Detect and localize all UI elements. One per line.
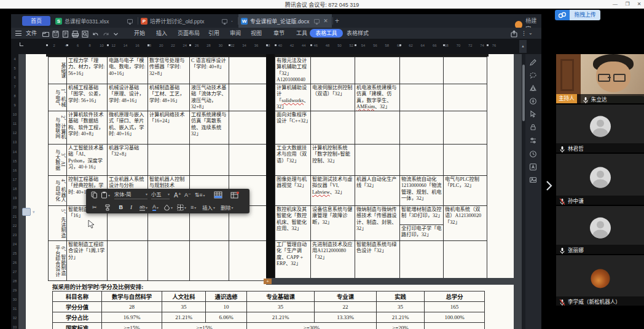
scrollbar-up[interactable]: ▲ <box>519 40 527 53</box>
history-icon[interactable] <box>529 149 537 157</box>
participant-tile[interactable]: 主持人朱立达 <box>556 54 644 103</box>
ruler-horizontal: 2468101214161820222426283032343638404244… <box>11 39 541 54</box>
table-cell: 机器人自动化生产线「32」 <box>355 176 400 206</box>
menu-7[interactable]: 工具 <box>296 28 307 39</box>
menu-2[interactable]: 页面布局 <box>178 28 200 39</box>
compass-icon[interactable] <box>529 97 537 105</box>
quick-toolbar-icon[interactable] <box>112 30 120 38</box>
menu-4[interactable]: 审阅 <box>230 28 241 39</box>
sidebar-collapse-arrow[interactable] <box>544 180 553 192</box>
menu-0[interactable]: 开始 <box>134 28 145 39</box>
quick-toolbar-icon[interactable] <box>81 30 89 38</box>
summary-cell: 6.06% <box>206 312 247 323</box>
font-size-select[interactable]: 小五▾ <box>151 191 170 199</box>
quick-toolbar-icon[interactable] <box>61 30 69 38</box>
select-cursor-icon[interactable] <box>529 109 537 117</box>
lock-icon[interactable] <box>529 122 537 130</box>
table-cell <box>444 111 487 145</box>
upload-button[interactable]: 拖拽上传 <box>555 10 600 20</box>
delete-menu[interactable]: 删除 <box>221 204 231 211</box>
format-painter-icon[interactable] <box>104 204 111 211</box>
italic-button[interactable]: I <box>130 204 132 210</box>
quick-toolbar-icon[interactable] <box>102 30 110 38</box>
menu-5[interactable]: 视图 <box>251 28 262 39</box>
close-button[interactable]: ✕ <box>634 0 644 9</box>
mini-toolbar: ▾ 宋体-简▾ 小五▾ A⁺ A⁻ ⇅≡ ▾ ✂ B I ab ▾ A ▾ ▾ … <box>86 189 249 213</box>
table-cell: 机电液系统建模与仿真「建模、仿真，数字孪生、AMEsim、32」 <box>355 84 400 111</box>
summary-table[interactable]: 科目名称数学与自然科学人文社科通识选修专业基础课专业课实践总学分学分分值2835… <box>52 291 485 329</box>
close-tab-icon[interactable]: ✕ <box>323 18 328 24</box>
font-name-select[interactable]: 宋体-简▾ <box>114 191 147 199</box>
quick-toolbar-icon[interactable] <box>92 30 100 38</box>
paste-icon[interactable] <box>101 191 108 199</box>
border-button[interactable] <box>177 204 184 211</box>
increase-font-icon[interactable]: A⁺ <box>174 192 181 199</box>
menu-file[interactable]: 文件 <box>26 28 37 39</box>
participant-tile[interactable]: 李学威（新松机器人） <box>556 255 644 306</box>
new-tab-button[interactable]: + <box>335 17 339 25</box>
insert-menu[interactable]: 插入 <box>202 204 213 211</box>
file-tab[interactable]: S总课程单0331.xlsx <box>53 14 137 28</box>
avatar-placeholder <box>590 218 611 239</box>
hamburger-icon[interactable] <box>15 31 22 36</box>
tab-stop-selector[interactable] <box>20 42 23 46</box>
menu-6[interactable]: 章节 <box>273 28 285 39</box>
participant-name: 朱立达 <box>591 95 607 103</box>
align-button[interactable]: ≡ <box>190 204 194 210</box>
wps-tabbar: 首页 S总课程单0331.xlsxP培养计划讨论_old.pptx·W专业课程单… <box>11 14 541 28</box>
shapes-icon[interactable] <box>529 84 537 92</box>
table-cell <box>400 241 444 281</box>
collapse-ribbon-icon[interactable]: ⌄ <box>528 28 533 39</box>
quick-toolbar-icon[interactable] <box>71 30 79 38</box>
file-tab[interactable]: W专业课程单_论证版.docx✕ <box>238 14 332 28</box>
table-tool-tab[interactable]: 表格工具 <box>310 29 343 38</box>
share-icon[interactable] <box>510 30 518 38</box>
quick-toolbar-icon[interactable] <box>52 30 60 38</box>
tab-home[interactable]: 首页 <box>22 16 50 26</box>
quick-toolbar-icon[interactable] <box>42 30 50 38</box>
decrease-font-icon[interactable]: A⁻ <box>184 192 191 198</box>
more-icon[interactable]: ⋮ <box>521 28 527 39</box>
text-box-icon[interactable] <box>529 162 537 170</box>
scrollbar-thumb[interactable] <box>522 65 525 121</box>
participant-namebar: 李学威（新松机器人） <box>556 296 644 306</box>
table-handle[interactable]: + <box>264 279 272 284</box>
delete-table-icon[interactable] <box>230 191 239 199</box>
table-cell <box>400 111 444 145</box>
menu-3[interactable]: 引用 <box>208 28 219 39</box>
sharing-indicator-icon <box>222 19 227 23</box>
participant-tile[interactable]: 孙中谦 <box>556 154 644 205</box>
paste-options-button[interactable] <box>22 208 31 216</box>
row-label: 5、先进制造 <box>49 206 67 241</box>
page-break-vertical <box>266 54 275 283</box>
file-tab[interactable]: P培养计划讨论_old.pptx· <box>138 14 237 28</box>
screen: 腾讯会议 会议号: 872 045 319 — ❐ ✕ 首页 S总课程单0331… <box>0 0 644 329</box>
summary-cell: 学分分值 <box>53 302 102 312</box>
bold-button[interactable]: B <box>119 204 124 210</box>
lasso-icon[interactable] <box>529 71 537 79</box>
maximize-button[interactable]: ❐ <box>622 0 633 9</box>
table-cell <box>148 145 190 176</box>
line-spacing-icon[interactable]: ⇅≡ <box>195 192 203 198</box>
menu-1[interactable]: 插入 <box>156 28 167 39</box>
cut-icon[interactable]: ✂ <box>92 204 97 210</box>
participant-tile[interactable]: 林君哲 <box>556 105 644 153</box>
table-style-tab[interactable]: 表格样式 <box>347 28 369 39</box>
participant-namebar: 主持人朱立达 <box>556 94 644 103</box>
font-color-button[interactable]: A <box>152 204 156 211</box>
shading-button[interactable] <box>163 204 170 211</box>
table-cell: 机器学习基础「32+8」 <box>108 145 148 176</box>
minimize-button[interactable]: — <box>610 0 621 9</box>
highlight-button[interactable]: ab <box>139 204 145 211</box>
insert-table-icon[interactable] <box>214 191 222 199</box>
mic-icon <box>559 298 565 305</box>
image-icon[interactable] <box>529 175 537 183</box>
mouse-cursor <box>88 220 94 228</box>
row-label: 基础课 <box>49 57 67 84</box>
summary-header-cell: 通识选修 <box>206 291 247 302</box>
participant-namebar: 林君哲 <box>556 143 644 153</box>
pen-icon[interactable] <box>529 58 537 66</box>
copy-icon[interactable] <box>91 191 98 199</box>
settings-sliders-icon[interactable] <box>529 136 537 144</box>
participant-tile[interactable]: 张丽娜 <box>556 206 644 254</box>
